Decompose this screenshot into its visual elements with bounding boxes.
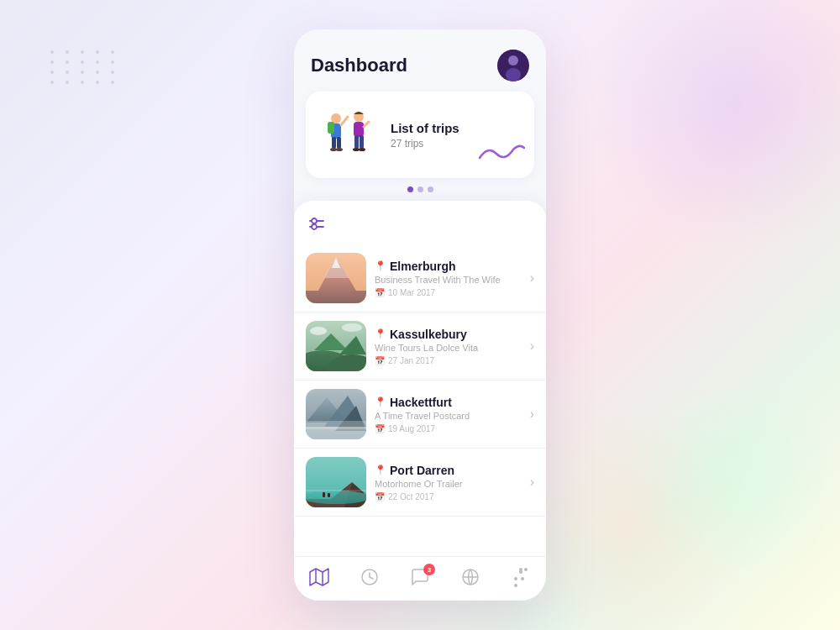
bg-decoration-1 (588, 0, 840, 252)
nav-item-messages[interactable]: 3 (410, 567, 430, 587)
dot-1[interactable] (407, 186, 413, 192)
trip-item[interactable]: 📍 Hackettfurt A Time Travel Postcard 📅 1… (294, 381, 546, 449)
chevron-right-icon: › (530, 475, 534, 490)
bottom-navigation: 3 (294, 556, 546, 601)
pin-icon: 📍 (375, 396, 386, 407)
nav-item-explore[interactable] (460, 567, 480, 587)
dots-indicator (294, 186, 546, 192)
pin-icon: 📍 (375, 328, 386, 339)
banner-title: List of trips (391, 121, 522, 135)
svg-rect-46 (328, 493, 330, 497)
chevron-right-icon: › (530, 407, 534, 422)
calendar-icon: 📅 (375, 424, 385, 433)
banner-card[interactable]: List of trips 27 trips (306, 92, 534, 178)
trip-thumbnail-3 (306, 389, 366, 439)
trip-info-1: 📍 Elmerburgh Business Travel With The Wi… (366, 260, 530, 297)
list-container: 📍 Elmerburgh Business Travel With The Wi… (294, 201, 546, 556)
avatar-image (497, 50, 529, 81)
pin-icon: 📍 (375, 465, 386, 475)
svg-point-56 (514, 584, 517, 587)
svg-point-16 (359, 148, 365, 151)
clock-icon (360, 567, 380, 587)
trip-info-3: 📍 Hackettfurt A Time Travel Postcard 📅 1… (366, 396, 530, 433)
banner-wave (475, 141, 526, 170)
trip-item[interactable]: 📍 Elmerburgh Business Travel With The Wi… (294, 244, 546, 312)
more-dots-icon (511, 574, 531, 589)
svg-line-17 (364, 122, 369, 127)
calendar-icon: 📅 (375, 356, 385, 365)
page-title: Dashboard (311, 55, 407, 76)
svg-rect-6 (332, 137, 336, 149)
map-icon (309, 567, 329, 587)
trip-date: 22 Oct 2017 (388, 492, 433, 501)
avatar[interactable] (497, 50, 529, 81)
trip-info-2: 📍 Kassulkebury Wine Tours La Dolce Vita … (366, 328, 530, 365)
svg-point-8 (330, 148, 337, 151)
header: Dashboard (294, 29, 546, 92)
trip-thumbnail-4 (306, 457, 366, 507)
trip-description: A Time Travel Postcard (375, 411, 522, 421)
trip-name: Elmerburgh (390, 260, 456, 273)
chevron-right-icon: › (530, 339, 534, 354)
svg-point-2 (506, 68, 521, 81)
background-dots (50, 50, 119, 84)
trip-info-4: 📍 Port Darren Motorhome Or Trailer 📅 22 … (366, 464, 530, 501)
trip-thumbnail-1 (306, 253, 366, 303)
svg-point-9 (336, 148, 343, 151)
more-icon (519, 565, 522, 574)
trip-date: 19 Aug 2017 (388, 424, 435, 433)
calendar-icon: 📅 (375, 492, 385, 501)
svg-rect-7 (337, 137, 341, 149)
svg-rect-13 (354, 135, 359, 149)
banner-illustration (312, 103, 384, 166)
svg-point-55 (521, 577, 524, 580)
bg-decoration-3 (630, 378, 840, 588)
trip-thumbnail-2 (306, 321, 366, 371)
nav-item-history[interactable] (360, 567, 380, 587)
messages-badge: 3 (423, 564, 435, 575)
calendar-icon: 📅 (375, 288, 385, 297)
trip-description: Wine Tours La Dolce Vita (375, 343, 522, 353)
trip-list: 📍 Elmerburgh Business Travel With The Wi… (294, 244, 546, 517)
pin-icon: 📍 (375, 260, 386, 271)
svg-point-34 (342, 323, 362, 332)
trip-item[interactable]: 📍 Port Darren Motorhome Or Trailer 📅 22 … (294, 449, 546, 517)
svg-point-33 (310, 327, 327, 335)
svg-rect-45 (323, 492, 325, 497)
hikers-svg (312, 103, 384, 166)
svg-point-15 (353, 148, 360, 151)
nav-item-more[interactable] (511, 565, 531, 589)
svg-rect-40 (306, 427, 366, 439)
svg-marker-48 (310, 569, 328, 585)
filter-icon[interactable] (307, 214, 326, 238)
trip-name: Hackettfurt (390, 396, 452, 409)
trip-date: 10 Mar 2017 (388, 288, 435, 297)
trip-item[interactable]: 📍 Kassulkebury Wine Tours La Dolce Vita … (294, 312, 546, 381)
dot-2[interactable] (417, 186, 423, 192)
svg-point-1 (508, 55, 518, 66)
dot-3[interactable] (428, 186, 433, 192)
trip-description: Business Travel With The Wife (375, 275, 522, 285)
svg-point-44 (306, 491, 366, 504)
svg-rect-12 (354, 122, 364, 137)
svg-rect-14 (360, 135, 364, 149)
nav-item-map[interactable] (309, 567, 329, 587)
chevron-right-icon: › (530, 270, 534, 286)
phone-container: Dashboard (294, 29, 546, 601)
svg-point-54 (514, 577, 517, 580)
filter-row (294, 214, 546, 244)
trip-name: Kassulkebury (390, 328, 467, 341)
trip-name: Port Darren (390, 464, 454, 477)
trip-description: Motorhome Or Trailer (375, 479, 522, 489)
svg-rect-5 (328, 122, 334, 134)
svg-line-10 (341, 117, 348, 125)
globe-icon (460, 567, 480, 587)
trip-date: 27 Jan 2017 (388, 356, 434, 365)
